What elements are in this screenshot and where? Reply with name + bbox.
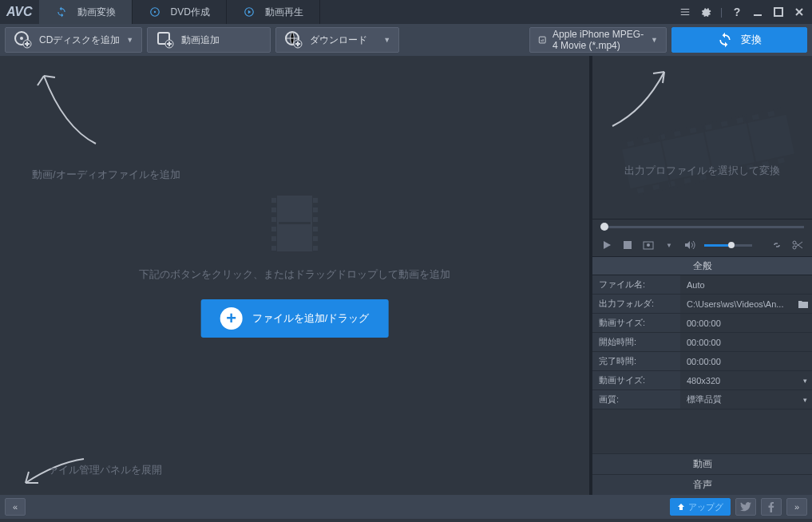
snapshot-icon[interactable] (642, 239, 655, 251)
cut-icon[interactable] (791, 239, 804, 251)
tab-label: DVD作成 (171, 6, 210, 19)
globe-add-icon (284, 30, 303, 49)
svg-rect-19 (271, 217, 276, 222)
facebook-button[interactable] (761, 498, 782, 516)
svg-rect-26 (313, 227, 318, 231)
stop-icon[interactable] (621, 239, 634, 251)
tab-label: 動画変換 (77, 6, 116, 19)
twitter-button[interactable] (735, 498, 756, 516)
refresh-icon (55, 6, 68, 18)
expand-right-button[interactable]: » (786, 498, 807, 516)
svg-text:all: all (541, 38, 544, 42)
help-icon[interactable]: ? (731, 6, 743, 18)
section-general[interactable]: 全般 (592, 256, 812, 275)
hint-add-files: 動画/オーディオファイルを追加 (32, 168, 180, 182)
profile-label: Apple iPhone MPEG-4 Movie (*.mp4) (553, 29, 644, 51)
add-video-button[interactable]: 動画追加 (147, 27, 271, 53)
drop-canvas[interactable]: 動画/オーディオファイルを追加 下記のボタンをクリック、またはドラッグドロップし… (0, 56, 592, 495)
add-file-button[interactable]: + ファイルを追加/ドラッグ (201, 299, 389, 338)
play-icon[interactable] (600, 239, 613, 251)
prop-label: ファイル名: (592, 275, 680, 294)
disc-icon (149, 6, 161, 18)
prop-row: 開始時間:00:00:00 (592, 333, 812, 352)
preview-panel: 出力プロファイルを選択して変換 (592, 56, 812, 219)
tab-dvd[interactable]: DVD作成 (133, 0, 227, 24)
add-disc-button[interactable]: CDディスクを追加 ▼ (5, 27, 142, 53)
svg-rect-4 (774, 8, 782, 16)
prop-value[interactable]: 標準品質▾ (680, 390, 812, 409)
svg-rect-25 (313, 217, 318, 222)
prop-value[interactable]: 480x320▾ (680, 371, 812, 390)
app-logo: AVC (6, 5, 33, 19)
prop-value: Auto (680, 275, 812, 294)
svg-rect-17 (271, 198, 276, 203)
facebook-icon (766, 501, 777, 512)
tab-play[interactable]: 動画再生 (227, 0, 320, 24)
chevron-down-icon: ▾ (803, 396, 807, 404)
prop-label: 出力フォルダ: (592, 295, 680, 313)
button-label: CDディスクを追加 (39, 34, 120, 47)
section-audio[interactable]: 音声 (592, 474, 812, 495)
prop-value: 00:00:00 (680, 352, 812, 370)
output-profile-dropdown[interactable]: all Apple iPhone MPEG-4 Movie (*.mp4) ▼ (529, 27, 667, 53)
film-add-icon (156, 30, 175, 49)
svg-rect-21 (271, 236, 276, 241)
upgrade-button[interactable]: アップグ (670, 498, 731, 516)
minimize-icon[interactable] (751, 6, 764, 18)
prop-row: 動画サイズ:480x320▾ (592, 371, 812, 390)
svg-rect-27 (313, 236, 318, 241)
svg-rect-28 (313, 246, 318, 251)
svg-rect-18 (271, 208, 276, 212)
chevron-down-icon: ▼ (651, 36, 658, 44)
svg-point-6 (20, 37, 23, 40)
svg-point-60 (793, 246, 796, 249)
svg-point-58 (647, 243, 650, 247)
volume-icon[interactable] (683, 239, 696, 251)
collapse-left-button[interactable]: « (5, 498, 26, 516)
maximize-icon[interactable] (772, 6, 785, 18)
prop-label: 画質: (592, 390, 680, 409)
prop-row: 出力フォルダ:C:\Users\ws\Videos\An... (592, 295, 812, 314)
svg-rect-15 (271, 196, 277, 251)
hint-drop: 下記のボタンをクリック、またはドラッグドロップして動画を追加 (0, 267, 589, 282)
twitter-icon (740, 502, 751, 512)
prop-label: 開始時間: (592, 333, 680, 351)
button-label: ファイルを追加/ドラッグ (252, 311, 370, 326)
volume-slider[interactable] (704, 244, 752, 247)
svg-rect-22 (271, 246, 276, 251)
filmreel-icon (616, 100, 800, 204)
svg-rect-56 (624, 241, 632, 249)
svg-point-59 (793, 241, 796, 244)
play-icon (243, 6, 255, 18)
all-formats-icon: all (538, 33, 546, 47)
convert-button[interactable]: 変換 (671, 27, 807, 53)
link-icon[interactable] (770, 239, 783, 251)
gear-icon[interactable] (699, 6, 712, 18)
prop-label: 動画サイズ: (592, 314, 680, 332)
film-placeholder-icon (267, 192, 323, 255)
hint-select-profile: 出力プロファイルを選択して変換 (592, 164, 812, 178)
prop-label: 完了時間: (592, 352, 680, 370)
folder-icon[interactable] (798, 299, 809, 309)
tab-convert[interactable]: 動画変換 (39, 0, 133, 24)
button-label: アップグ (688, 501, 723, 513)
svg-rect-16 (312, 196, 319, 251)
prop-label: 動画サイズ: (592, 371, 680, 390)
download-button[interactable]: ダウンロード ▼ (275, 27, 399, 53)
plus-icon: + (220, 307, 243, 330)
svg-rect-29 (279, 222, 311, 224)
prop-value[interactable]: C:\Users\ws\Videos\An... (680, 295, 812, 313)
convert-icon (717, 32, 733, 48)
chevron-down-icon: ▾ (803, 377, 807, 385)
prop-row: ファイル名:Auto (592, 275, 812, 295)
chevron-down-icon[interactable]: ▼ (663, 239, 675, 251)
prop-row: 画質:標準品質▾ (592, 390, 812, 409)
prop-row: 動画サイズ:00:00:00 (592, 314, 812, 333)
menu-icon[interactable] (679, 6, 691, 18)
seek-bar[interactable] (592, 219, 812, 234)
tab-label: 動画再生 (265, 6, 303, 19)
close-icon[interactable] (793, 6, 806, 18)
disc-add-icon (14, 30, 33, 49)
section-video[interactable]: 動画 (592, 453, 812, 474)
button-label: 変換 (741, 33, 762, 47)
